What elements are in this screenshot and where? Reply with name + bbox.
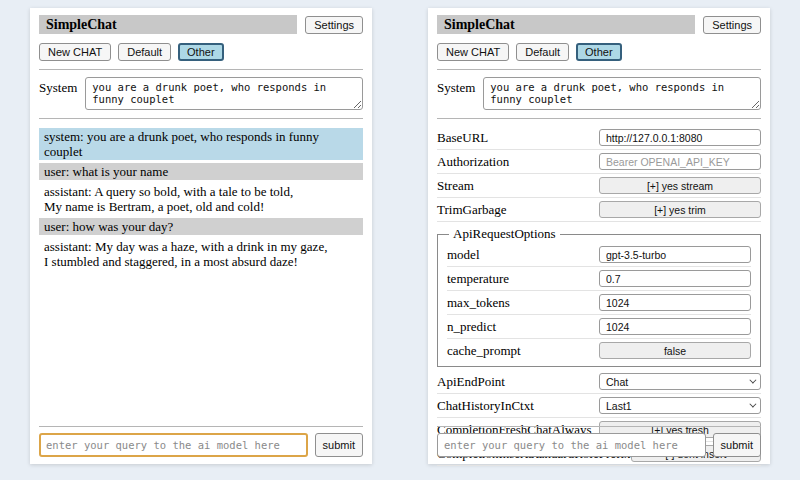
new-chat-button[interactable]: New CHAT bbox=[437, 43, 509, 61]
setting-row-baseurl: BaseURL bbox=[437, 126, 761, 150]
message-assistant: assistant: My day was a haze, with a dri… bbox=[39, 238, 363, 270]
system-prompt-textarea[interactable]: you are a drunk poet, who responds in fu… bbox=[85, 77, 363, 110]
settings-button[interactable]: Settings bbox=[703, 16, 761, 34]
trimgarbage-toggle-button[interactable]: [+] yes trim bbox=[599, 201, 761, 218]
n-predict-label: n_predict bbox=[447, 319, 599, 335]
api-request-options-fieldset: ApiRequestOptions model temperature max_… bbox=[437, 226, 761, 367]
divider bbox=[39, 118, 363, 119]
api-request-options-legend: ApiRequestOptions bbox=[449, 226, 560, 242]
chevron-down-icon bbox=[749, 401, 756, 408]
setting-row-n-predict: n_predict bbox=[447, 315, 751, 339]
session-other-button[interactable]: Other bbox=[576, 43, 622, 61]
n-predict-input[interactable] bbox=[599, 318, 751, 335]
header: SimpleChat Settings bbox=[437, 15, 761, 34]
message-user: user: what is your name bbox=[39, 163, 363, 180]
session-default-button[interactable]: Default bbox=[516, 43, 569, 61]
trimgarbage-label: TrimGarbage bbox=[437, 202, 599, 218]
system-row: System you are a drunk poet, who respond… bbox=[437, 77, 761, 110]
query-input[interactable] bbox=[437, 433, 706, 457]
chevron-down-icon bbox=[749, 377, 756, 384]
session-row: New CHAT Default Other bbox=[437, 43, 761, 61]
authorization-label: Authorization bbox=[437, 154, 599, 170]
chathistoryinctxt-label: ChatHistoryInCtxt bbox=[437, 398, 599, 414]
message-system: system: you are a drunk poet, who respon… bbox=[39, 128, 363, 160]
setting-row-max-tokens: max_tokens bbox=[447, 291, 751, 315]
session-row: New CHAT Default Other bbox=[39, 43, 363, 61]
temperature-input[interactable] bbox=[599, 270, 751, 287]
apiendpoint-selected-value: Chat bbox=[606, 376, 628, 388]
model-input[interactable] bbox=[599, 246, 751, 263]
setting-row-chathistoryinctxt: ChatHistoryInCtxt Last1 bbox=[437, 394, 761, 418]
stream-toggle-button[interactable]: [+] yes stream bbox=[599, 177, 761, 194]
query-footer: submit bbox=[39, 426, 363, 457]
apiendpoint-select[interactable]: Chat bbox=[599, 373, 761, 390]
submit-button[interactable]: submit bbox=[315, 433, 363, 457]
query-input[interactable] bbox=[39, 433, 308, 457]
message-assistant: assistant: A query so bold, with a tale … bbox=[39, 183, 363, 215]
app-title: SimpleChat bbox=[39, 15, 297, 34]
query-footer: submit bbox=[437, 426, 761, 457]
divider bbox=[39, 69, 363, 70]
setting-row-trimgarbage: TrimGarbage [+] yes trim bbox=[437, 198, 761, 222]
system-row: System you are a drunk poet, who respond… bbox=[39, 77, 363, 110]
temperature-label: temperature bbox=[447, 271, 599, 287]
setting-row-apiendpoint: ApiEndPoint Chat bbox=[437, 370, 761, 394]
app-title: SimpleChat bbox=[437, 15, 695, 34]
apiendpoint-label: ApiEndPoint bbox=[437, 374, 599, 390]
max-tokens-input[interactable] bbox=[599, 294, 751, 311]
system-label: System bbox=[437, 77, 475, 96]
cache-prompt-toggle-button[interactable]: false bbox=[599, 342, 751, 359]
chathistoryinctxt-select[interactable]: Last1 bbox=[599, 397, 761, 414]
header: SimpleChat Settings bbox=[39, 15, 363, 34]
settings-button[interactable]: Settings bbox=[305, 16, 363, 34]
system-label: System bbox=[39, 77, 77, 96]
divider bbox=[39, 426, 363, 427]
cache-prompt-label: cache_prompt bbox=[447, 343, 599, 359]
new-chat-button[interactable]: New CHAT bbox=[39, 43, 111, 61]
session-default-button[interactable]: Default bbox=[118, 43, 171, 61]
submit-button[interactable]: submit bbox=[713, 433, 761, 457]
setting-row-cache-prompt: cache_prompt false bbox=[447, 339, 751, 362]
message-user: user: how was your day? bbox=[39, 218, 363, 235]
setting-row-temperature: temperature bbox=[447, 267, 751, 291]
authorization-input[interactable] bbox=[599, 153, 761, 170]
divider bbox=[437, 69, 761, 70]
model-label: model bbox=[447, 247, 599, 263]
setting-row-model: model bbox=[447, 243, 751, 267]
setting-row-authorization: Authorization bbox=[437, 150, 761, 174]
setting-row-stream: Stream [+] yes stream bbox=[437, 174, 761, 198]
baseurl-input[interactable] bbox=[599, 129, 761, 146]
system-prompt-textarea[interactable]: you are a drunk poet, who responds in fu… bbox=[483, 77, 761, 110]
chathistoryinctxt-selected-value: Last1 bbox=[606, 400, 632, 412]
divider bbox=[437, 118, 761, 119]
stream-label: Stream bbox=[437, 178, 599, 194]
divider bbox=[437, 426, 761, 427]
max-tokens-label: max_tokens bbox=[447, 295, 599, 311]
session-other-button[interactable]: Other bbox=[178, 43, 224, 61]
settings-panel: SimpleChat Settings New CHAT Default Oth… bbox=[428, 8, 770, 464]
chat-messages: system: you are a drunk poet, who respon… bbox=[39, 128, 363, 270]
baseurl-label: BaseURL bbox=[437, 130, 599, 146]
chat-panel: SimpleChat Settings New CHAT Default Oth… bbox=[30, 8, 372, 464]
